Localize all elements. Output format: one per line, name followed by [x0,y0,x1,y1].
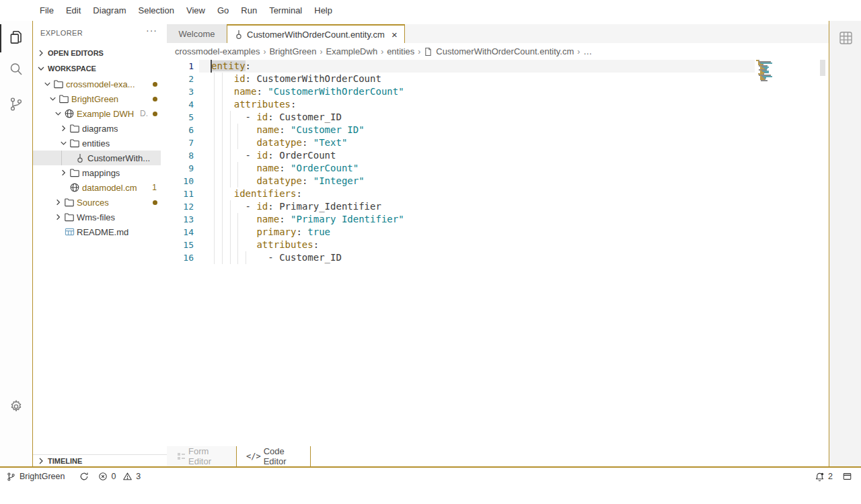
code-token: OrderCount [274,150,336,161]
settings-gear-icon[interactable] [0,392,32,421]
line-number: 4 [167,98,194,111]
explorer-title: EXPLORER [33,29,83,37]
breadcrumb-item-customerwithordercount-entity-cm[interactable]: CustomerWithOrderCount.entity.cm [436,46,574,56]
source-control-icon[interactable] [0,89,32,119]
section-timeline[interactable]: TIMELINE [33,454,167,466]
breadcrumb-item-entities[interactable]: entities [387,46,414,56]
explorer-sidebar: EXPLORER ··· OPEN EDITORS WORKSPACE cros… [33,21,167,466]
code-token [307,137,313,148]
chevron-down-icon[interactable] [48,93,58,104]
breadcrumb-item-brightgreen[interactable]: BrightGreen [269,46,316,56]
code-line-6[interactable]: name: "Customer ID" [199,124,755,136]
code-editor-content[interactable]: entity: id: CustomerWithOrderCount name:… [199,60,755,264]
section-open-editors[interactable]: OPEN EDITORS [33,46,167,60]
code-token: Customer_ID [279,252,342,263]
chevron-down-icon[interactable] [53,108,63,119]
status-sync[interactable] [75,468,93,485]
menu-item-help[interactable]: Help [308,3,338,18]
chevron-right-icon[interactable] [53,197,63,208]
section-workspace[interactable]: WORKSPACE [33,61,167,76]
problem-count-badge: 1 [152,183,157,192]
code-line-2[interactable]: id: CustomerWithOrderCount [199,73,755,85]
tab-active-file[interactable]: CustomerWithOrderCount.entity.cm × [227,24,405,43]
tree-item-crossmodel-exa[interactable]: crossmodel-exa... [33,77,167,91]
line-number: 9 [167,162,194,175]
minimap-line [756,80,817,81]
minimap[interactable] [756,60,817,81]
tree-item-customerwith[interactable]: CustomerWith... [33,151,161,165]
menu-item-terminal[interactable]: Terminal [263,3,308,18]
line-number: 8 [167,149,194,162]
tree-item-mappings[interactable]: mappings [33,165,167,180]
grid-view-icon[interactable] [838,30,853,45]
code-line-16[interactable]: - Customer_ID [199,251,755,264]
search-icon[interactable] [0,54,32,84]
code-line-3[interactable]: name: "CustomerWithOrderCount" [199,85,755,98]
breadcrumb-item-crossmodel-examples[interactable]: crossmodel-examples [175,46,260,56]
minimap-segment [765,72,769,73]
chevron-right-icon[interactable] [59,167,69,178]
chevron-down-icon[interactable] [59,138,69,149]
code-token: name [256,124,279,135]
breadcrumb-item-[interactable]: … [583,46,592,56]
code-line-8[interactable]: - id: OrderCount [199,149,755,162]
status-problems[interactable]: 0 3 [93,468,145,485]
code-line-15[interactable]: attributes: [199,239,755,251]
menu-item-selection[interactable]: Selection [132,3,180,18]
chevron-right-icon[interactable] [59,123,69,134]
code-line-14[interactable]: primary: true [199,226,755,239]
menu-item-edit[interactable]: Edit [60,3,87,18]
chevron-down-icon [36,63,46,74]
code-token [211,86,234,97]
code-line-5[interactable]: - id: Customer_ID [199,111,755,124]
code-line-9[interactable]: name: "OrderCount" [199,162,755,175]
folder-icon [63,212,75,222]
tree-item-example-dwh[interactable]: Example DWHD. [33,106,167,121]
tree-item-readme-md[interactable]: README.md [33,224,167,239]
tree-item-sources[interactable]: Sources [33,195,167,210]
tab-form-editor[interactable]: Form Editor [167,446,236,466]
menu-item-go[interactable]: Go [211,3,235,18]
menu-item-file[interactable]: File [34,3,60,18]
tree-item-datamodel-cm[interactable]: datamodel.cm1 [33,180,167,195]
editor-mode-tabs: Form Editor </> Code Editor [167,446,829,466]
status-panel-toggle[interactable] [837,468,857,485]
code-token: id [234,73,246,84]
tab-code-editor[interactable]: </> Code Editor [237,446,310,466]
code-token [211,188,234,199]
editor-scrollbar[interactable] [820,60,825,76]
code-token: identifiers [234,188,297,199]
code-line-4[interactable]: attributes: [199,98,755,111]
status-branch[interactable]: BrightGreen [0,468,69,485]
code-token: : [296,226,301,237]
explorer-icon[interactable] [0,23,32,52]
more-actions-icon[interactable]: ··· [146,25,157,36]
tree-item-diagrams[interactable]: diagrams [33,121,167,136]
code-token: id [256,201,268,212]
code-line-12[interactable]: - id: Primary_Identifier [199,200,755,213]
code-token: name [256,163,279,173]
menu-item-view[interactable]: View [180,3,211,18]
code-line-13[interactable]: name: "Primary Identifier" [199,213,755,226]
menu-item-run[interactable]: Run [235,3,263,18]
tab-welcome[interactable]: Welcome [167,24,227,43]
code-token: "Text" [313,137,348,148]
code-line-7[interactable]: datatype: "Text" [199,136,755,149]
branch-icon [6,472,16,482]
close-icon[interactable]: × [391,30,398,40]
chevron-down-icon[interactable] [42,79,52,89]
tree-item-wms-files[interactable]: Wms-files [33,210,167,224]
tree-item-brightgreen[interactable]: BrightGreen [33,91,167,106]
chevron-right-icon[interactable] [53,212,63,222]
tree-item-label: Wms-files [77,212,115,222]
code-line-10[interactable]: datatype: "Integer" [199,175,755,187]
code-token [211,137,256,148]
breadcrumb-item-exampledwh[interactable]: ExampleDwh [326,46,378,56]
code-line-11[interactable]: identifiers: [199,187,755,200]
tree-item-entities[interactable]: entities [33,136,167,151]
code-token: datatype [256,137,301,148]
code-token [307,175,313,186]
code-line-1[interactable]: entity: [199,60,755,73]
status-notifications[interactable]: 2 [810,468,837,485]
menu-item-diagram[interactable]: Diagram [87,3,132,18]
